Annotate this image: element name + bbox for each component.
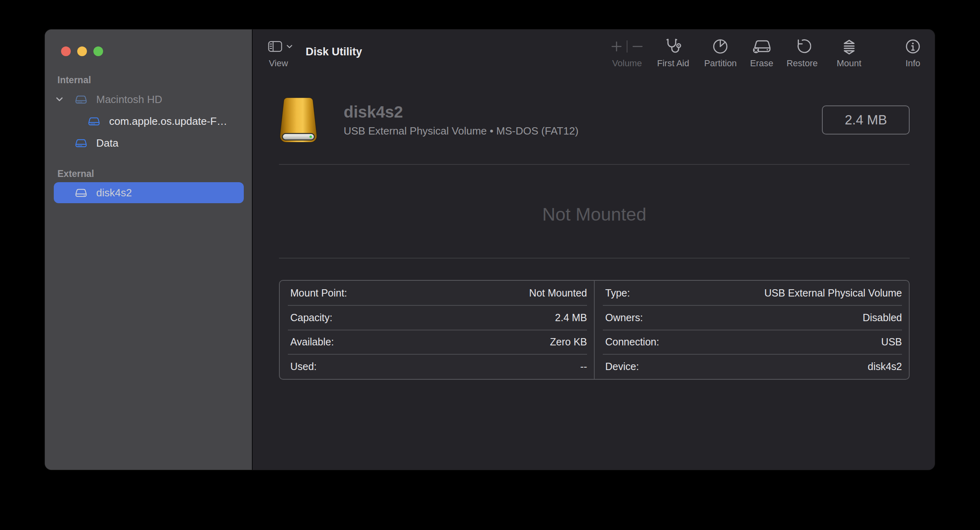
detail-value: USB External Physical Volume [765,287,902,299]
minimize-window-icon[interactable] [77,46,87,56]
external-drive-icon [75,188,87,198]
first-aid-button-label: First Aid [657,59,689,68]
divider [279,258,910,259]
divider [627,40,627,53]
sidebar-item-label: Data [96,137,118,149]
restore-button-label: Restore [786,59,817,68]
detail-row-mount-point: Mount Point: Not Mounted [280,281,594,305]
sidebar-item-label: Macintosh HD [96,93,162,106]
info-icon [904,38,921,55]
detail-row-available: Available: Zero KB [280,330,594,355]
detail-label: Type: [605,287,630,299]
chevron-down-icon [287,45,292,48]
details-column-right: Type: USB External Physical Volume Owner… [594,281,909,379]
detail-row-device: Device: disk4s2 [595,354,909,379]
external-drive-icon [75,138,87,148]
detail-label: Available: [290,336,334,348]
details-table: Mount Point: Not Mounted Capacity: 2.4 M… [279,280,910,380]
detail-value: 2.4 MB [555,312,587,324]
sidebar-item-disk4s2[interactable]: disk4s2 [54,182,244,203]
close-window-icon[interactable] [61,46,71,56]
detail-label: Used: [290,361,317,372]
volume-button: Volume [610,38,644,68]
stethoscope-icon [664,37,682,56]
disk-utility-window: Internal Macintosh HD [45,29,935,470]
external-drive-icon [75,95,87,105]
detail-label: Capacity: [290,312,332,324]
sidebar-toggle-icon [268,41,282,52]
mount-status-message: Not Mounted [279,204,910,225]
volume-subtitle: USB External Physical Volume • MS-DOS (F… [344,125,579,137]
detail-label: Mount Point: [290,287,347,299]
info-button[interactable]: Info [904,38,921,68]
add-volume-icon [610,40,623,53]
detail-value: Disabled [863,312,902,324]
first-aid-button[interactable]: First Aid [657,38,689,68]
info-button-label: Info [906,59,921,68]
pie-chart-icon [712,38,729,55]
detail-value: disk4s2 [868,361,902,372]
detail-value: USB [881,336,902,348]
sidebar-item-com-apple-os-update[interactable]: com.apple.os.update-F8… [54,110,244,132]
window-title: Disk Utility [306,44,362,60]
detail-row-capacity: Capacity: 2.4 MB [280,305,594,330]
sidebar-section-external: External [57,168,94,179]
mount-button[interactable]: Mount [836,38,861,68]
detail-value: Zero KB [550,336,587,348]
details-column-left: Mount Point: Not Mounted Capacity: 2.4 M… [280,281,594,379]
erase-button-label: Erase [750,59,773,68]
erase-button[interactable]: Erase [750,38,773,68]
detail-row-used: Used: -- [280,354,594,379]
main-panel: View Disk Utility Volume [253,29,935,470]
detail-label: Device: [605,361,639,372]
sidebar-item-label: disk4s2 [96,187,132,199]
sidebar: Internal Macintosh HD [45,29,253,470]
remove-volume-icon [632,40,644,53]
detail-value: -- [580,361,587,372]
restore-arrow-icon [793,38,811,55]
sidebar-section-internal: Internal [57,75,91,85]
view-button[interactable]: View [268,38,292,68]
detail-label: Owners: [605,312,643,324]
divider [279,164,910,165]
volume-button-label: Volume [612,59,642,68]
partition-button[interactable]: Partition [704,38,737,68]
view-button-label: View [269,59,292,68]
external-drive-icon [88,116,100,126]
detail-row-connection: Connection: USB [595,330,909,355]
zoom-window-icon[interactable] [93,46,103,56]
restore-button[interactable]: Restore [786,38,817,68]
mount-stack-icon [840,38,858,55]
size-badge: 2.4 MB [822,105,910,135]
erase-disk-icon [751,38,772,55]
sidebar-item-data[interactable]: Data [54,132,244,154]
volume-header: disk4s2 USB External Physical Volume • M… [279,97,910,143]
volume-name: disk4s2 [344,103,579,121]
detail-label: Connection: [605,336,659,348]
sidebar-item-macintosh-hd[interactable]: Macintosh HD [54,88,244,110]
partition-button-label: Partition [704,59,737,68]
detail-row-owners: Owners: Disabled [595,305,909,330]
traffic-lights [61,46,103,56]
chevron-down-icon[interactable] [56,97,65,101]
sidebar-item-label: com.apple.os.update-F8… [109,115,230,128]
detail-row-type: Type: USB External Physical Volume [595,281,909,305]
external-drive-artwork-icon [279,97,318,143]
mount-button-label: Mount [836,59,861,68]
detail-value: Not Mounted [529,287,587,299]
